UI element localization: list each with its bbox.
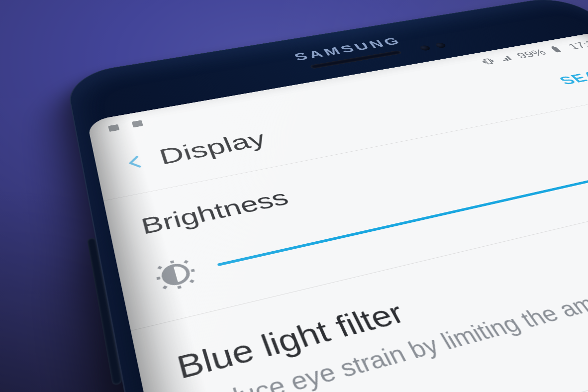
notification-icon-2 [129,118,146,129]
svg-line-5 [172,261,172,263]
svg-rect-2 [551,47,562,53]
svg-line-10 [191,280,194,283]
battery-icon [547,45,566,54]
brightness-icon [151,255,201,295]
svg-line-7 [157,278,160,279]
phone-device: SAMSUNG [65,0,588,392]
notification-icon [105,122,122,134]
svg-line-6 [179,286,180,289]
svg-rect-1 [132,120,143,127]
svg-rect-0 [108,124,119,132]
search-action[interactable]: SEARCH [556,62,588,88]
back-button[interactable] [111,146,160,180]
chevron-left-icon [119,151,151,173]
page-title: Display [156,127,270,170]
battery-percent: 99% [513,47,549,61]
status-left [105,118,146,134]
svg-line-11 [164,286,167,289]
svg-line-9 [158,267,161,269]
signal-icon [497,54,515,63]
perspective-stage: SAMSUNG [0,0,588,392]
vibrate-icon [479,57,497,66]
svg-line-8 [191,270,195,271]
status-clock: 17:25 [565,37,588,51]
svg-line-12 [185,261,188,263]
